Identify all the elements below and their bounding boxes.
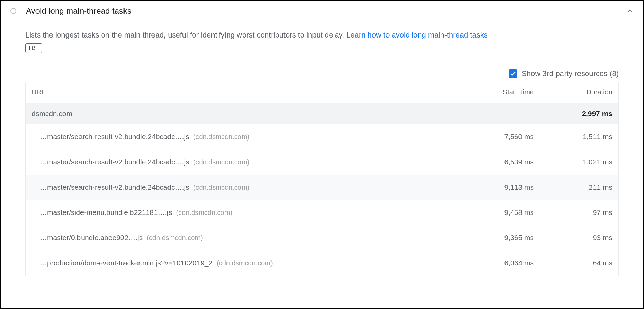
table-row[interactable]: …master/search-result-v2.bundle.24bcadc…… bbox=[26, 124, 618, 149]
row-url-host: cdn.dsmcdn.com bbox=[193, 183, 250, 191]
learn-more-link[interactable]: Learn how to avoid long main-thread task… bbox=[346, 31, 488, 39]
table-row[interactable]: …master/search-result-v2.bundle.24bcadc…… bbox=[26, 175, 618, 200]
row-url-path[interactable]: …master/side-menu.bundle.b221181….js bbox=[40, 208, 172, 217]
table-row[interactable]: …master/side-menu.bundle.b221181….jscdn.… bbox=[26, 200, 618, 225]
row-url-path[interactable]: …master/search-result-v2.bundle.24bcadc…… bbox=[40, 133, 189, 141]
metric-badge-tbt: TBT bbox=[25, 43, 42, 53]
row-url: …master/side-menu.bundle.b221181….jscdn.… bbox=[32, 208, 459, 217]
audit-card: Avoid long main-thread tasks Lists the l… bbox=[0, 0, 644, 309]
row-url: …production/dom-event-tracker.min.js?v=1… bbox=[32, 259, 459, 267]
group-duration: 2,997 ms bbox=[534, 109, 612, 118]
row-url-host: cdn.dsmcdn.com bbox=[217, 259, 273, 267]
audit-body: Lists the longest tasks on the main thre… bbox=[1, 21, 643, 276]
audit-header[interactable]: Avoid long main-thread tasks bbox=[1, 1, 643, 21]
row-duration: 1,021 ms bbox=[534, 158, 612, 166]
results-table: URL Start Time Duration dsmcdn.com 2,997… bbox=[25, 82, 619, 276]
row-start-time: 6,539 ms bbox=[459, 158, 534, 166]
row-url: …master/search-result-v2.bundle.24bcadc…… bbox=[32, 183, 459, 191]
audit-description: Lists the longest tasks on the main thre… bbox=[25, 30, 619, 41]
row-duration: 97 ms bbox=[534, 208, 612, 217]
chevron-up-icon[interactable] bbox=[626, 7, 634, 15]
table-row[interactable]: …master/search-result-v2.bundle.24bcadc…… bbox=[26, 149, 618, 175]
row-url-host: cdn.dsmcdn.com bbox=[193, 133, 250, 141]
third-party-checkbox[interactable] bbox=[509, 69, 517, 78]
row-url: …master/search-result-v2.bundle.24bcadc…… bbox=[32, 158, 459, 166]
row-duration: 211 ms bbox=[534, 183, 612, 191]
third-party-toggle-row: Show 3rd-party resources (8) bbox=[25, 69, 619, 78]
row-duration: 64 ms bbox=[534, 259, 612, 267]
table-header-url: URL bbox=[32, 88, 459, 96]
row-url-path[interactable]: …master/search-result-v2.bundle.24bcadc…… bbox=[40, 158, 189, 166]
audit-description-text: Lists the longest tasks on the main thre… bbox=[25, 31, 346, 39]
row-start-time: 6,064 ms bbox=[459, 259, 534, 267]
table-header-start: Start Time bbox=[459, 88, 534, 96]
row-url-path[interactable]: …master/0.bundle.abee902….js bbox=[40, 234, 143, 242]
row-start-time: 7,560 ms bbox=[459, 133, 534, 141]
table-header-row: URL Start Time Duration bbox=[26, 82, 618, 103]
audit-title: Avoid long main-thread tasks bbox=[26, 6, 626, 16]
table-row[interactable]: …production/dom-event-tracker.min.js?v=1… bbox=[26, 250, 618, 276]
row-url-host: cdn.dsmcdn.com bbox=[147, 234, 203, 242]
third-party-toggle-label[interactable]: Show 3rd-party resources (8) bbox=[522, 69, 619, 78]
row-url: …master/search-result-v2.bundle.24bcadc…… bbox=[32, 133, 459, 141]
status-indicator-icon bbox=[10, 8, 16, 14]
row-url-path[interactable]: …production/dom-event-tracker.min.js?v=1… bbox=[40, 259, 213, 267]
table-header-duration: Duration bbox=[534, 88, 612, 96]
row-duration: 1,511 ms bbox=[534, 133, 612, 141]
table-row[interactable]: …master/0.bundle.abee902….jscdn.dsmcdn.c… bbox=[26, 225, 618, 250]
row-start-time: 9,458 ms bbox=[459, 208, 534, 217]
row-url: …master/0.bundle.abee902….jscdn.dsmcdn.c… bbox=[32, 234, 459, 242]
row-url-host: cdn.dsmcdn.com bbox=[176, 209, 233, 217]
row-duration: 93 ms bbox=[534, 234, 612, 242]
row-url-host: cdn.dsmcdn.com bbox=[193, 158, 250, 166]
row-start-time: 9,113 ms bbox=[459, 183, 534, 191]
row-url-path[interactable]: …master/search-result-v2.bundle.24bcadc…… bbox=[40, 183, 189, 191]
table-group-row[interactable]: dsmcdn.com 2,997 ms bbox=[26, 103, 618, 124]
group-host: dsmcdn.com bbox=[32, 109, 459, 118]
row-start-time: 9,365 ms bbox=[459, 234, 534, 242]
